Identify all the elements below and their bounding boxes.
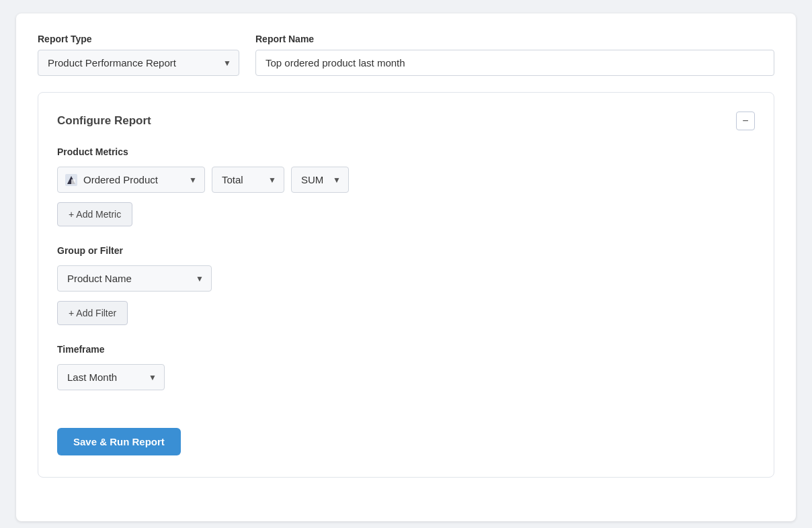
product-metrics-label: Product Metrics — [57, 146, 755, 157]
product-name-select[interactable]: Product NameCategorySKUBrand — [57, 265, 212, 292]
metrics-row: Ordered ProductUnits SoldRevenue ▼ Total… — [57, 167, 755, 193]
timeframe-select-wrapper: Last MonthLast WeekLast YearCustom ▼ — [57, 364, 165, 390]
add-metric-button[interactable]: + Add Metric — [57, 202, 132, 226]
report-name-label: Report Name — [255, 34, 774, 44]
configure-header: Configure Report − — [57, 112, 755, 130]
timeframe-select[interactable]: Last MonthLast WeekLast YearCustom — [57, 364, 165, 390]
configure-card: Configure Report − Product Metrics Order… — [38, 92, 774, 478]
report-name-input[interactable] — [255, 50, 774, 76]
report-type-group: Report Type Product Performance ReportSa… — [38, 34, 239, 76]
total-select[interactable]: TotalAverageCount — [212, 167, 284, 193]
collapse-icon: − — [742, 116, 748, 126]
configure-title: Configure Report — [57, 114, 151, 128]
sum-select-wrapper: SUMAVGMINMAX ▼ — [291, 167, 349, 193]
report-type-label: Report Type — [38, 34, 239, 44]
report-type-select-wrapper: Product Performance ReportSales ReportIn… — [38, 50, 239, 76]
report-type-select[interactable]: Product Performance ReportSales ReportIn… — [38, 50, 239, 76]
page-container: Report Type Product Performance ReportSa… — [16, 13, 796, 521]
group-filter-label: Group or Filter — [57, 245, 755, 256]
group-filter-section: Group or Filter Product NameCategorySKUB… — [57, 245, 755, 325]
sum-select[interactable]: SUMAVGMINMAX — [291, 167, 349, 193]
timeframe-section: Timeframe Last MonthLast WeekLast YearCu… — [57, 344, 755, 409]
report-name-group: Report Name — [255, 34, 774, 76]
ordered-product-select-wrapper: Ordered ProductUnits SoldRevenue ▼ — [57, 167, 205, 193]
total-select-wrapper: TotalAverageCount ▼ — [212, 167, 284, 193]
collapse-button[interactable]: − — [736, 112, 755, 130]
product-name-select-wrapper: Product NameCategorySKUBrand ▼ — [57, 265, 212, 292]
save-run-button[interactable]: Save & Run Report — [57, 428, 181, 455]
add-filter-button[interactable]: + Add Filter — [57, 301, 128, 325]
timeframe-label: Timeframe — [57, 344, 755, 355]
top-section: Report Type Product Performance ReportSa… — [38, 34, 774, 76]
product-metrics-section: Product Metrics Ordered ProductUnits Sol… — [57, 146, 755, 226]
ordered-product-select[interactable]: Ordered ProductUnits SoldRevenue — [57, 167, 205, 193]
